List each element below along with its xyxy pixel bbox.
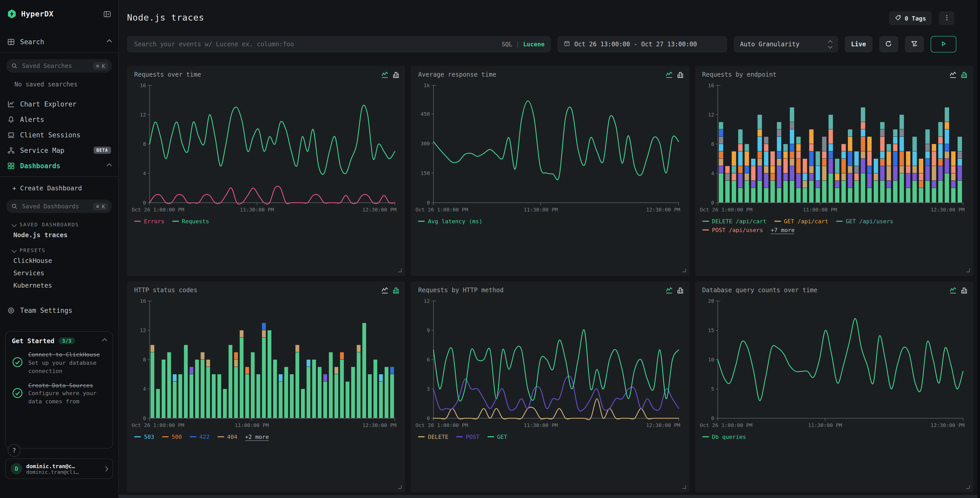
bar-chart-toggle-icon[interactable] — [676, 287, 684, 294]
page-title: Node.js traces — [127, 12, 204, 22]
presets-section[interactable]: PRESETS — [0, 246, 118, 254]
bar-chart-toggle-icon[interactable] — [676, 71, 684, 79]
bar-chart-toggle-icon[interactable] — [961, 287, 968, 294]
bar-chart-toggle-icon[interactable] — [393, 71, 400, 79]
chart-plot[interactable]: 0481216Oct 26 1:00:00 PM11:00:00 PM12:30… — [699, 81, 968, 216]
vertical-scrollbar[interactable] — [977, 0, 980, 498]
preset-label: ClickHouse — [13, 257, 52, 264]
line-chart-toggle-icon[interactable] — [381, 287, 389, 294]
sidebar-item-kubernetes[interactable]: Kubernetes — [0, 279, 118, 291]
line-chart-toggle-icon[interactable] — [949, 287, 957, 294]
legend-item[interactable]: POST — [456, 434, 479, 441]
legend-item[interactable]: GET /api/users — [836, 218, 893, 225]
tag-icon — [895, 14, 902, 22]
sidebar-item-dashboards[interactable]: Dashboards — [0, 158, 118, 173]
legend-item[interactable]: DELETE — [418, 434, 449, 441]
granularity-select[interactable]: Auto Granularity — [734, 36, 838, 53]
line-chart-toggle-icon[interactable] — [665, 71, 673, 79]
sidebar-item-team-settings[interactable]: Team Settings — [0, 303, 118, 318]
date-range-value: Oct 26 13:00:00 - Oct 27 13:00:00 — [574, 41, 697, 48]
resize-handle[interactable] — [398, 485, 402, 489]
saved-searches-input[interactable]: ⌘ K — [6, 59, 112, 73]
sidebar-item-search[interactable]: Search — [0, 34, 118, 49]
run-query-button[interactable] — [931, 36, 956, 53]
sidebar-item-clickhouse[interactable]: ClickHouse — [0, 254, 118, 267]
line-chart-toggle-icon[interactable] — [665, 287, 673, 294]
legend-more-link[interactable]: +2 more — [245, 434, 269, 441]
horizontal-scrollbar[interactable] — [119, 495, 980, 498]
help-button[interactable]: ? — [8, 444, 21, 457]
sql-mode-toggle[interactable]: SQL — [501, 41, 512, 48]
chart-title: HTTP status codes — [134, 287, 381, 294]
sidebar-item-client-sessions[interactable]: Client Sessions — [0, 127, 118, 142]
svg-text:12: 12 — [140, 112, 146, 118]
legend-item[interactable]: 503 — [134, 434, 154, 441]
collapse-sidebar-icon[interactable] — [103, 10, 111, 18]
sidebar-item-label: Search — [20, 38, 102, 46]
svg-text:0: 0 — [143, 415, 146, 421]
chart-plot[interactable]: 05101520Oct 26 1:00:00 PM11:30:00 PM12:3… — [699, 297, 968, 432]
legend-item[interactable]: POST /api/users — [702, 227, 763, 233]
filter-button[interactable] — [905, 36, 924, 53]
chevron-up-icon[interactable] — [102, 338, 107, 343]
chart-legend: Avg latency (ms) — [418, 217, 682, 226]
sidebar-item-nodejs-traces[interactable]: Node.js traces — [0, 228, 118, 241]
resize-handle[interactable] — [966, 268, 970, 272]
legend-item[interactable]: Avg latency (ms) — [418, 218, 482, 225]
user-email: dominic.tran@cli… — [26, 469, 100, 475]
legend-item[interactable]: DELETE /api/cart — [702, 218, 766, 225]
sidebar-item-chart-explorer[interactable]: Chart Explorer — [0, 96, 118, 112]
date-range-picker[interactable]: 1 Oct 26 13:00:00 - Oct 27 13:00:00 — [557, 36, 727, 53]
sidebar-item-service-map[interactable]: Service Map BETA — [0, 142, 118, 158]
svg-text:150: 150 — [421, 170, 430, 176]
checklist-item-title: Connect to ClickHouse — [28, 351, 100, 358]
create-dashboard-button[interactable]: + Create Dashboard — [0, 180, 118, 195]
lucene-mode-toggle[interactable]: Lucene — [523, 41, 544, 48]
chart-plot[interactable]: 0481216Oct 26 1:00:00 PM11:30:00 PM12:30… — [131, 81, 400, 216]
live-label: Live — [851, 41, 866, 48]
resize-handle[interactable] — [682, 485, 686, 489]
legend-item[interactable]: Errors — [134, 218, 164, 225]
svg-text:12: 12 — [424, 298, 430, 304]
svg-text:16: 16 — [140, 298, 146, 304]
sidebar-item-services[interactable]: Services — [0, 267, 118, 279]
legend-item[interactable]: GET — [487, 434, 507, 441]
legend-item[interactable]: 500 — [162, 434, 182, 441]
svg-text:6: 6 — [427, 356, 430, 363]
saved-dashboards-field[interactable] — [21, 202, 89, 211]
chart-plot[interactable]: 0481216Oct 26 1:00:00 PM11:00:00 PM12:30… — [131, 297, 400, 432]
tags-button[interactable]: 0 Tags — [889, 11, 932, 25]
legend-item[interactable]: Db queries — [702, 434, 746, 441]
resize-handle[interactable] — [966, 485, 970, 489]
saved-searches-field[interactable] — [21, 62, 89, 70]
select-chevrons-icon — [829, 41, 832, 48]
legend-item[interactable]: Requests — [172, 218, 209, 225]
svg-text:16: 16 — [140, 82, 146, 88]
user-menu[interactable]: D dominic.tran@c… dominic.tran@cli… — [5, 458, 113, 479]
bar-chart-toggle-icon[interactable] — [393, 287, 400, 294]
legend-more-link[interactable]: +7 more — [771, 227, 795, 234]
bar-chart-toggle-icon[interactable] — [961, 71, 968, 79]
dashboard-menu-button[interactable] — [939, 11, 954, 25]
live-button[interactable]: Live — [845, 36, 873, 53]
legend-item[interactable]: 404 — [217, 434, 237, 441]
checklist-item[interactable]: Connect to ClickHouse Set up your databa… — [12, 351, 107, 375]
sidebar-item-alerts[interactable]: Alerts — [0, 112, 118, 127]
legend-item[interactable]: GET /api/cart — [774, 218, 828, 225]
legend-item[interactable]: 422 — [190, 434, 210, 441]
chart-plot[interactable]: 036912Oct 26 1:00:00 PM11:30:00 PM12:30:… — [415, 297, 684, 432]
line-chart-toggle-icon[interactable] — [949, 71, 957, 79]
checklist-item[interactable]: Create Data Sources Configure where your… — [12, 382, 107, 406]
event-search-input[interactable] — [133, 40, 501, 48]
resize-handle[interactable] — [682, 268, 686, 272]
check-circle-icon — [12, 357, 23, 370]
line-chart-toggle-icon[interactable] — [381, 71, 389, 79]
saved-dashboards-section[interactable]: SAVED DASHBOARDS — [0, 220, 118, 228]
saved-dashboards-input[interactable]: ⌘ K — [6, 200, 112, 213]
check-circle-icon — [12, 387, 23, 401]
event-search-bar[interactable]: SQL|Lucene — [127, 36, 550, 53]
svg-text:0: 0 — [711, 200, 714, 206]
chart-plot[interactable]: 01503004501kOct 26 1:00:00 PM11:30:00 PM… — [415, 81, 684, 216]
resize-handle[interactable] — [398, 268, 402, 272]
refresh-button[interactable] — [879, 36, 898, 53]
